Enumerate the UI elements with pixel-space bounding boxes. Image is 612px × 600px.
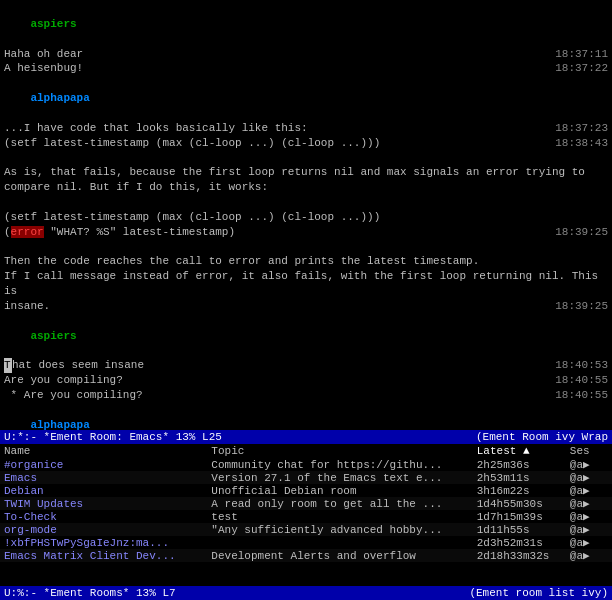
room-ses-cell: @a▶ — [566, 484, 612, 497]
message-line: Are you compiling? 18:40:55 — [4, 373, 608, 388]
list-item[interactable]: TWIM UpdatesA read only room to get all … — [0, 497, 612, 510]
status-bar-1: U:*:- *Ement Room: Emacs* 13% L25 (Ement… — [0, 430, 612, 444]
room-latest-cell: 1d4h55m30s — [473, 497, 566, 510]
room-name-cell[interactable]: Emacs Matrix Client Dev... — [0, 549, 207, 562]
room-topic-cell: "Any sufficiently advanced hobby... — [207, 523, 472, 536]
room-latest-cell: 2d18h33m32s — [473, 549, 566, 562]
room-name-cell[interactable]: Emacs — [0, 471, 207, 484]
status-left-1: U:*:- *Ement Room: Emacs* 13% L25 — [4, 431, 222, 443]
room-latest-cell: 2h53m11s — [473, 471, 566, 484]
room-table: Name Topic Latest ▲ Ses #organiceCommuni… — [0, 444, 612, 562]
chat-area: aspiers Haha oh dear 18:37:11 A heisenbu… — [0, 0, 612, 430]
username-alphapapa: alphapapa — [30, 419, 89, 430]
room-link[interactable]: TWIM Updates — [4, 498, 83, 510]
error-highlight: error — [11, 226, 44, 238]
status-right-2: (Ement room list ivy) — [469, 587, 608, 599]
room-latest-cell: 1d11h55s — [473, 523, 566, 536]
list-item[interactable]: Emacs Matrix Client Dev...Development Al… — [0, 549, 612, 562]
col-header-latest: Latest ▲ — [473, 444, 566, 458]
status-bar-2: U:%:- *Ement Rooms* 13% L7 (Ement room l… — [0, 586, 612, 600]
room-latest-cell: 1d7h15m39s — [473, 510, 566, 523]
list-item[interactable]: org-mode"Any sufficiently advanced hobby… — [0, 523, 612, 536]
room-name-cell[interactable]: org-mode — [0, 523, 207, 536]
room-ses-cell: @a▶ — [566, 523, 612, 536]
message-line: (setf latest-timestamp (max (cl-loop ...… — [4, 210, 608, 225]
room-ses-cell: @a▶ — [566, 510, 612, 523]
col-header-ses: Ses — [566, 444, 612, 458]
cursor: T — [4, 358, 12, 373]
username-aspiers: aspiers — [30, 18, 76, 30]
room-link[interactable]: Emacs Matrix Client Dev... — [4, 550, 176, 562]
room-name-cell[interactable]: To-Check — [0, 510, 207, 523]
username-line: aspiers — [4, 314, 608, 359]
message-line: (setf latest-timestamp (max (cl-loop ...… — [4, 136, 608, 151]
room-topic-cell: A read only room to get all the ... — [207, 497, 472, 510]
message-line: That does seem insane 18:40:53 — [4, 358, 608, 373]
message-line: Then the code reaches the call to error … — [4, 254, 608, 269]
message-line: A heisenbug! 18:37:22 — [4, 61, 608, 76]
room-latest-cell: 2d3h52m31s — [473, 536, 566, 549]
room-latest-cell: 3h16m22s — [473, 484, 566, 497]
list-item[interactable]: DebianUnofficial Debian room3h16m22s@a▶ — [0, 484, 612, 497]
message-line — [4, 240, 608, 255]
room-name-cell[interactable]: #organice — [0, 458, 207, 471]
status-right-1: (Ement Room ivy Wrap — [476, 431, 608, 443]
message-line: If I call message instead of error, it a… — [4, 269, 608, 299]
room-name-cell[interactable]: Debian — [0, 484, 207, 497]
message-line: (error "WHAT? %S" latest-timestamp) 18:3… — [4, 225, 608, 240]
room-list: Name Topic Latest ▲ Ses #organiceCommuni… — [0, 444, 612, 572]
room-link[interactable]: org-mode — [4, 524, 57, 536]
room-ses-cell: @a▶ — [566, 549, 612, 562]
room-link[interactable]: Emacs — [4, 472, 37, 484]
message-line: compare nil. But if I do this, it works: — [4, 180, 608, 195]
room-topic-cell: Unofficial Debian room — [207, 484, 472, 497]
room-topic-cell: Version 27.1 of the Emacs text e... — [207, 471, 472, 484]
message-line: * Are you compiling? 18:40:55 — [4, 388, 608, 403]
list-item[interactable]: !xbfPHSTwPySgaIeJnz:ma...2d3h52m31s@a▶ — [0, 536, 612, 549]
message-line: insane. 18:39:25 — [4, 299, 608, 314]
status-left-2: U:%:- *Ement Rooms* 13% L7 — [4, 587, 176, 599]
room-topic-cell: Community chat for https://githu... — [207, 458, 472, 471]
list-item[interactable]: #organiceCommunity chat for https://gith… — [0, 458, 612, 471]
room-latest-cell: 2h25m36s — [473, 458, 566, 471]
room-ses-cell: @a▶ — [566, 458, 612, 471]
username-aspiers: aspiers — [30, 330, 76, 342]
room-ses-cell: @a▶ — [566, 471, 612, 484]
room-name-cell[interactable]: TWIM Updates — [0, 497, 207, 510]
room-link[interactable]: #organice — [4, 459, 63, 471]
message-line: ...I have code that looks basically like… — [4, 121, 608, 136]
room-topic-cell: Development Alerts and overflow — [207, 549, 472, 562]
room-topic-cell: test — [207, 510, 472, 523]
col-header-name: Name — [0, 444, 207, 458]
username-line: alphapapa — [4, 403, 608, 430]
list-item[interactable]: To-Checktest1d7h15m39s@a▶ — [0, 510, 612, 523]
room-topic-cell — [207, 536, 472, 549]
message-line: As is, that fails, because the first loo… — [4, 165, 608, 180]
col-header-topic: Topic — [207, 444, 472, 458]
room-name-cell[interactable]: !xbfPHSTwPySgaIeJnz:ma... — [0, 536, 207, 549]
room-link[interactable]: To-Check — [4, 511, 57, 523]
room-ses-cell: @a▶ — [566, 497, 612, 510]
message-line: Haha oh dear 18:37:11 — [4, 47, 608, 62]
room-link[interactable]: Debian — [4, 485, 44, 497]
message-line — [4, 150, 608, 165]
username-alphapapa: alphapapa — [30, 92, 89, 104]
username-line: aspiers — [4, 2, 608, 47]
room-ses-cell: @a▶ — [566, 536, 612, 549]
list-item[interactable]: EmacsVersion 27.1 of the Emacs text e...… — [0, 471, 612, 484]
message-line — [4, 195, 608, 210]
room-link[interactable]: !xbfPHSTwPySgaIeJnz:ma... — [4, 537, 169, 549]
username-line: alphapapa — [4, 76, 608, 121]
